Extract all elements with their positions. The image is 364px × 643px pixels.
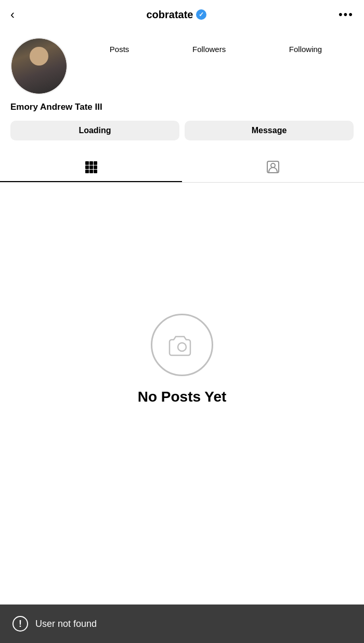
following-stat[interactable]: Following xyxy=(289,43,322,54)
posts-stat[interactable]: Posts xyxy=(110,43,129,54)
profile-top-row: Posts Followers Following xyxy=(10,37,354,95)
content-area: No Posts Yet xyxy=(0,183,364,495)
avatar[interactable] xyxy=(10,37,68,95)
svg-rect-5 xyxy=(94,165,97,169)
following-label: Following xyxy=(289,45,322,54)
svg-rect-3 xyxy=(85,165,89,169)
tab-tagged[interactable] xyxy=(182,153,364,182)
toast-message: User not found xyxy=(35,619,97,629)
back-button[interactable]: ‹ xyxy=(10,7,15,22)
tab-bar xyxy=(0,153,364,183)
followers-label: Followers xyxy=(192,45,226,54)
profile-section: Posts Followers Following Emory Andrew T… xyxy=(0,29,364,149)
svg-rect-1 xyxy=(89,161,93,165)
display-name: Emory Andrew Tate III xyxy=(10,102,354,112)
svg-rect-6 xyxy=(85,170,89,173)
camera-circle xyxy=(151,314,213,376)
action-buttons: Loading Message xyxy=(10,121,354,140)
header: ‹ cobratate ✓ ••• xyxy=(0,0,364,29)
loading-button[interactable]: Loading xyxy=(10,121,179,140)
avatar-image xyxy=(11,38,67,94)
svg-rect-2 xyxy=(94,161,97,165)
stats-row: Posts Followers Following xyxy=(78,37,354,54)
grid-icon xyxy=(84,160,98,174)
more-options-button[interactable]: ••• xyxy=(339,8,354,21)
posts-label: Posts xyxy=(110,45,129,54)
username-text: cobratate xyxy=(146,9,193,21)
svg-rect-8 xyxy=(94,170,97,173)
svg-rect-0 xyxy=(85,161,89,165)
svg-point-11 xyxy=(178,343,186,351)
message-button[interactable]: Message xyxy=(185,121,354,140)
toast-alert-icon: ! xyxy=(12,616,28,632)
header-username-area: cobratate ✓ xyxy=(146,9,206,21)
svg-rect-7 xyxy=(89,170,93,173)
followers-stat[interactable]: Followers xyxy=(192,43,226,54)
empty-state: No Posts Yet xyxy=(138,314,227,405)
camera-icon xyxy=(166,329,198,361)
tab-grid[interactable] xyxy=(0,153,182,182)
verified-badge-icon: ✓ xyxy=(196,9,206,20)
svg-point-10 xyxy=(271,163,275,168)
toast-notification: ! User not found xyxy=(0,605,364,643)
no-posts-label: No Posts Yet xyxy=(138,389,227,405)
svg-rect-4 xyxy=(89,165,93,169)
tagged-person-icon xyxy=(266,160,280,174)
